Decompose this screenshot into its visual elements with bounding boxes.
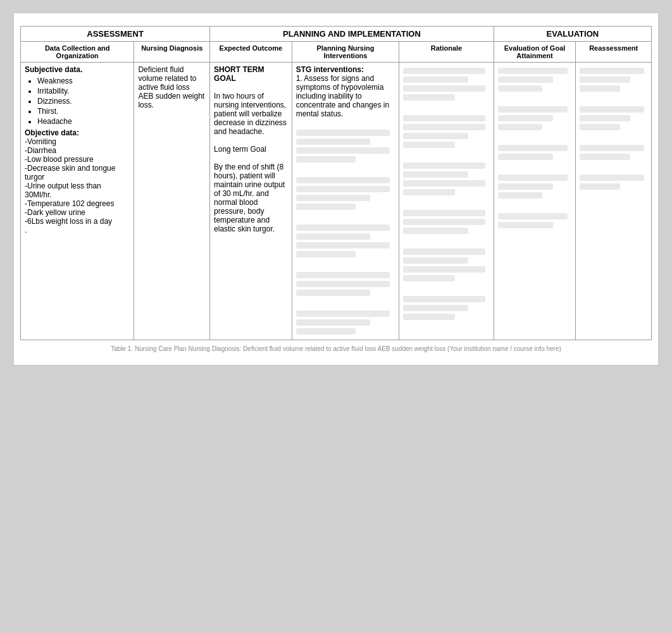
list-item: Weakness [37,77,130,85]
col-eval-goal: Evaluation of Goal Attainment [494,42,576,63]
short-term-goal-label: SHORT TERM GOAL [214,65,288,83]
care-plan-table: ASSESSMENT PLANNING AND IMPLEMENTATION E… [20,26,652,340]
page-container: ASSESSMENT PLANNING AND IMPLEMENTATION E… [13,13,659,366]
list-item: Irritability. [37,87,130,95]
col-data-collection: Data Collection and Organization [21,42,134,63]
objective-item: -Urine output less than 30Ml/hr. [25,181,130,199]
stg-item1: 1. Assess for signs and symptoms of hypo… [296,74,395,118]
nursing-diagnosis-cell: Deficient fluid volume related to active… [134,63,210,340]
long-term-goal-text: By the end of shift (8 hours), patient w… [214,163,288,233]
objective-item: . [25,226,130,235]
short-term-goal-text: In two hours of nursing interventions, p… [214,92,288,136]
col-nursing-diagnosis: Nursing Diagnosis [134,42,210,63]
blurred-reassessment [580,68,647,190]
list-item: Dizziness. [37,97,130,106]
expected-outcome-cell: SHORT TERM GOAL In two hours of nursing … [210,63,292,340]
blurred-eval-goal [498,68,572,228]
col-planning-nursing: Planning Nursing Interventions [292,42,399,63]
blurred-interventions [296,130,395,335]
col-expected-outcome: Expected Outcome [210,42,292,63]
footer-text: Table 1. Nursing Care Plan Nursing Diagn… [111,345,561,352]
planning-cell: STG interventions: 1. Assess for signs a… [292,63,399,340]
subjective-list: Weakness Irritability. Dizziness. Thirst… [25,77,130,126]
eval-goal-cell [494,63,576,340]
objective-item: -Temperature 102 degrees [25,199,130,208]
rationale-cell [399,63,494,340]
evaluation-header: EVALUATION [494,27,651,42]
objective-label: Objective data: [25,128,130,137]
objective-item: -6Lbs weight loss in a day [25,217,130,226]
list-item: Headache [37,117,130,126]
assessment-header: ASSESSMENT [21,27,210,42]
planning-header: PLANNING AND IMPLEMENTATION [210,27,494,42]
objective-item: -Decrease skin and tongue turgor [25,164,130,181]
objective-item: -Diarrhea [25,146,130,155]
objective-item: -Vomiting [25,137,130,146]
data-collection-cell: Subjective data. Weakness Irritability. … [21,63,134,340]
blurred-rationale [403,68,490,320]
list-item: Thirst. [37,107,130,116]
objective-item: -Dark yellow urine [25,208,130,217]
reassessment-cell [576,63,652,340]
nursing-diagnosis-text: Deficient fluid volume related to active… [138,65,206,109]
stg-label: STG interventions: [296,65,395,74]
col-rationale: Rationale [399,42,494,63]
long-term-goal-label: Long term Goal [214,145,288,154]
subjective-label: Subjective data. [25,65,130,74]
objective-item: -Low blood pressure [25,155,130,164]
footer: Table 1. Nursing Care Plan Nursing Diagn… [20,345,652,352]
col-reassessment: Reassessment [576,42,652,63]
